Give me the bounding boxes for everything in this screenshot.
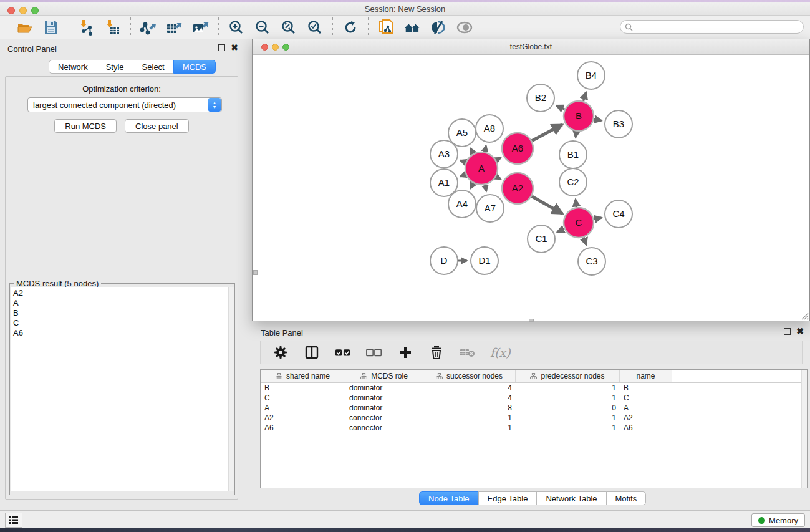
open-session-icon[interactable] [16, 19, 34, 36]
graph-node[interactable]: C3 [578, 248, 605, 275]
graph-edge[interactable] [496, 158, 501, 160]
graph-node[interactable]: A [465, 152, 498, 185]
close-panel-button[interactable]: Close panel [125, 119, 189, 133]
graph-edge[interactable] [556, 105, 564, 109]
export-network-icon[interactable] [140, 19, 157, 36]
graph-node[interactable]: D1 [471, 247, 498, 274]
window-resize-grip[interactable] [801, 312, 809, 320]
column-header[interactable]: predecessor nodes [516, 370, 620, 382]
split-view-icon[interactable] [303, 344, 321, 361]
graph-node[interactable]: A2 [502, 173, 533, 204]
graph-node[interactable]: A1 [430, 169, 458, 196]
graph-node[interactable]: C2 [559, 168, 587, 196]
tab-node-table[interactable]: Node Table [419, 491, 479, 505]
graph-node[interactable]: C1 [528, 225, 555, 253]
tab-select[interactable]: Select [133, 60, 174, 74]
float-table-panel-icon[interactable] [784, 328, 791, 335]
graph-edge[interactable] [496, 177, 501, 179]
column-header[interactable]: shared name [261, 370, 345, 382]
home-icon[interactable] [403, 19, 421, 36]
graph-edge[interactable] [532, 125, 562, 141]
close-table-panel-icon[interactable]: ✖ [796, 328, 804, 335]
add-column-icon[interactable] [397, 344, 414, 361]
refresh-icon[interactable] [342, 19, 359, 36]
graph-edge[interactable] [460, 175, 466, 177]
export-table-icon[interactable] [166, 19, 183, 36]
result-item[interactable]: B [13, 308, 229, 318]
mcds-result-list[interactable]: A2ABCA6 [11, 287, 229, 491]
table-row[interactable]: Cdominator41C [261, 393, 807, 403]
graph-edge[interactable] [594, 119, 601, 120]
graph-edge[interactable] [470, 183, 473, 189]
graph-node[interactable]: B4 [577, 62, 605, 89]
table-row[interactable]: A2connector11A2 [261, 413, 807, 423]
memory-button[interactable]: Memory [751, 513, 805, 527]
toggle-graphics-details-icon[interactable] [430, 19, 447, 36]
zoom-fit-icon[interactable] [280, 19, 297, 36]
graph-edge[interactable] [532, 196, 562, 214]
graph-edge[interactable] [583, 92, 586, 101]
run-mcds-button[interactable]: Run MCDS [54, 119, 117, 133]
delete-table-icon[interactable] [459, 344, 476, 361]
graph-node[interactable]: D [430, 247, 458, 274]
result-scrollbar[interactable] [228, 287, 234, 491]
result-item[interactable]: A [13, 298, 229, 308]
graph-node[interactable]: B3 [605, 110, 632, 138]
tab-network-table[interactable]: Network Table [536, 491, 606, 505]
table-row[interactable]: A6connector11A6 [261, 423, 807, 433]
search-input[interactable] [635, 22, 803, 31]
result-item[interactable]: C [13, 318, 229, 328]
import-network-icon[interactable] [78, 19, 95, 36]
tab-network[interactable]: Network [49, 60, 97, 74]
graph-node[interactable]: B1 [559, 141, 587, 168]
graph-node[interactable]: B2 [527, 84, 554, 112]
table-row[interactable]: Adominator80A [261, 403, 807, 413]
delete-column-icon[interactable] [428, 344, 445, 361]
criterion-dropdown[interactable]: largest connected component (directed) ▲… [27, 97, 222, 112]
tab-motifs[interactable]: Motifs [606, 491, 647, 505]
graph-edge[interactable] [485, 145, 486, 152]
zoom-in-icon[interactable] [228, 19, 245, 36]
graph-node[interactable]: B [564, 101, 594, 131]
graph-node[interactable]: A5 [448, 119, 476, 147]
zoom-out-icon[interactable] [254, 19, 271, 36]
canvas-bottom-handle[interactable] [529, 319, 534, 322]
graph-node[interactable]: A6 [502, 133, 533, 164]
float-panel-icon[interactable] [218, 44, 225, 51]
task-history-button[interactable] [5, 513, 22, 528]
graph-edge[interactable] [576, 200, 577, 208]
graph-edge[interactable] [594, 218, 601, 220]
graph-edge[interactable] [584, 238, 586, 245]
tab-edge-table[interactable]: Edge Table [478, 491, 538, 505]
tab-style[interactable]: Style [97, 60, 133, 74]
select-all-checkboxes-icon[interactable] [334, 344, 352, 361]
canvas-left-handle[interactable] [253, 270, 258, 275]
function-builder-icon[interactable]: f(x) [490, 346, 511, 359]
tab-mcds[interactable]: MCDS [173, 60, 216, 74]
export-image-icon[interactable] [192, 19, 210, 36]
graph-edge[interactable] [485, 185, 486, 191]
graph-edge[interactable] [460, 160, 466, 162]
search-field[interactable] [620, 20, 804, 34]
column-header[interactable]: successor nodes [423, 370, 516, 382]
graph-edge[interactable] [470, 148, 473, 154]
show-hide-icon[interactable] [456, 19, 473, 36]
graph-edge[interactable] [557, 229, 564, 232]
network-from-selection-icon[interactable] [377, 19, 395, 36]
column-header[interactable]: name [620, 370, 672, 382]
table-scrollbar[interactable] [801, 370, 807, 488]
result-item[interactable]: A2 [13, 288, 229, 298]
zoom-selected-icon[interactable] [306, 19, 324, 36]
graph-node[interactable]: C4 [605, 200, 632, 228]
import-table-icon[interactable] [104, 19, 122, 36]
graph-node[interactable]: A8 [476, 115, 503, 142]
network-canvas-svg[interactable]: B4B2BB3A8A5A6A3B1AC2A1A2A4A7C4CC1C3DD1 [253, 56, 809, 321]
column-header[interactable]: MCDS role [345, 370, 423, 382]
network-window-titlebar[interactable]: testGlobe.txt [253, 39, 809, 55]
graph-node[interactable]: A4 [448, 190, 476, 218]
deselect-all-checkboxes-icon[interactable] [365, 344, 383, 361]
close-panel-icon[interactable]: ✖ [231, 44, 238, 51]
save-session-icon[interactable] [42, 19, 60, 36]
gear-icon[interactable] [272, 344, 289, 361]
graph-node[interactable]: A7 [476, 195, 504, 222]
